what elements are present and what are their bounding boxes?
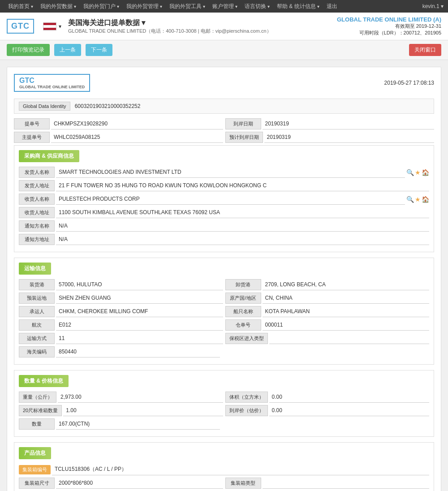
search-icon[interactable]: 🔍 bbox=[406, 169, 414, 176]
customs-code-group: 海关编码 850440 bbox=[19, 346, 220, 357]
global-id-row: Global Data Identity 6003201903210000352… bbox=[14, 99, 434, 114]
quantity-row: 数量 167.00(CTN) bbox=[19, 418, 429, 430]
containers-price-row: 20尺标准箱数量 1.00 到岸价（估价） 0.00 bbox=[19, 405, 429, 416]
next-button[interactable]: 下一条 bbox=[86, 44, 112, 56]
notify-address-row: 通知方地址 N/A bbox=[19, 234, 429, 245]
container-type-group: 集装箱类型 bbox=[225, 478, 430, 489]
doc-logo: GTC GLOBAL TRADE ONLINE LIMITED bbox=[14, 74, 90, 92]
arrival-date-value: 20190319 bbox=[263, 119, 435, 129]
master-bill-row: 主提单号 WHLC0259A08125 预计到岸日期 20190319 bbox=[14, 132, 434, 143]
vessel-name-group: 船只名称 KOTA PAHLAWAN bbox=[225, 306, 430, 317]
nav-logout[interactable]: 退出 bbox=[323, 3, 341, 10]
global-id-label: Global Data Identity bbox=[19, 102, 70, 111]
star-icon[interactable]: ★ bbox=[415, 169, 421, 176]
prev-button[interactable]: 上一条 bbox=[54, 44, 81, 56]
weight-volume-row: 重量（公斤） 2,973.00 体积（立方米） 0.00 bbox=[19, 392, 429, 403]
header-right: GLOBAL TRADE ONLINE LIMITED (A) 有效期至 201… bbox=[337, 16, 441, 36]
arrival-date-label: 到岸日期 bbox=[225, 118, 261, 129]
loading-port-group: 装货港 57000, HULUTAO bbox=[19, 279, 223, 290]
user-info: kevin.1 ▾ bbox=[422, 3, 444, 9]
nav-account[interactable]: 账户管理 ▾ bbox=[209, 3, 241, 10]
doc-logo-text: GTC GLOBAL TRADE ONLINE LIMITED bbox=[14, 74, 90, 92]
nav-home[interactable]: 我的首页 ▾ bbox=[4, 3, 37, 10]
consignee-star-icon[interactable]: ★ bbox=[415, 196, 421, 203]
weight-label: 重量（公斤） bbox=[19, 392, 56, 403]
main-content: GTC GLOBAL TRADE ONLINE LIMITED 2019-05-… bbox=[0, 60, 448, 491]
transport-mode-group: 运输方式 11 bbox=[19, 333, 223, 344]
bonded-zone-group: 保税区进入类型 bbox=[225, 333, 430, 344]
consignee-name-group: 收货人名称 PULESTECH PRODUCTS CORP 🔍 ★ 🏠 bbox=[19, 194, 429, 205]
quantity-section: 数量 & 价格信息 重量（公斤） 2,973.00 体积（立方米） 0.00 2… bbox=[14, 370, 434, 437]
consignee-address-row: 收货人地址 1100 SOUTH KIMBALL AVENUE SOUTHLAK… bbox=[19, 207, 429, 218]
pre-transport-group: 预装运地 SHEN ZHEN GUANG bbox=[19, 293, 223, 304]
nav-home-arrow: ▾ bbox=[31, 4, 33, 9]
close-button[interactable]: 关闭窗口 bbox=[409, 44, 441, 56]
nav-help-arrow: ▾ bbox=[317, 4, 319, 9]
containers-value: 1.00 bbox=[63, 405, 223, 416]
doc-timestamp: 2019-05-27 17:08:13 bbox=[384, 80, 434, 86]
shipper-address-value: 21 F FUN TOWER NO 35 HUNG TO ROAD KWUN T… bbox=[56, 181, 429, 191]
nav-management[interactable]: 我的外贸管理 ▾ bbox=[123, 3, 166, 10]
nav-tools[interactable]: 我的外贸工具 ▾ bbox=[166, 3, 209, 10]
container-type-value bbox=[263, 478, 430, 489]
loading-port-label: 装货港 bbox=[19, 279, 55, 290]
print-button[interactable]: 打印预览记录 bbox=[7, 44, 50, 56]
nav-portal[interactable]: 我的外贸门户 ▾ bbox=[80, 3, 123, 10]
voyage-group: 航次 E012 bbox=[19, 319, 223, 331]
consignee-address-label: 收货人地址 bbox=[19, 207, 55, 218]
shipper-address-row: 发货人地址 21 F FUN TOWER NO 35 HUNG TO ROAD … bbox=[19, 180, 429, 191]
origin-country-label: 原产国/地区 bbox=[225, 293, 261, 304]
nav-trade-data[interactable]: 我的外贸数据 ▾ bbox=[37, 3, 80, 10]
vessel-name-label: 船只名称 bbox=[225, 306, 261, 317]
nav-help[interactable]: 帮助 & 统计信息 ▾ bbox=[273, 3, 323, 10]
ports-row: 装货港 57000, HULUTAO 卸货港 2709, LONG BEACH,… bbox=[19, 279, 429, 290]
buyer-supplier-header: 采购商 & 供应商信息 bbox=[19, 150, 79, 162]
flag-dropdown-arrow: ▾ bbox=[59, 23, 61, 30]
unloading-port-label: 卸货港 bbox=[225, 279, 261, 290]
nav-language-arrow: ▾ bbox=[267, 4, 270, 9]
unloading-port-value: 2709, LONG BEACH, CA bbox=[263, 280, 430, 290]
notify-name-row: 通知方名称 N/A bbox=[19, 220, 429, 232]
planned-arrival-value: 20190319 bbox=[264, 132, 435, 143]
notify-address-label: 通知方地址 bbox=[19, 234, 55, 245]
container-no-group: 集装箱编号 TCLU1518306（AC / L / PP） bbox=[19, 464, 429, 475]
consignee-search-icon[interactable]: 🔍 bbox=[406, 196, 414, 203]
container-size-value: 2000*806*800 bbox=[56, 478, 223, 489]
notify-name-value: N/A bbox=[56, 221, 429, 232]
consignee-name-row: 收货人名称 PULESTECH PRODUCTS CORP 🔍 ★ 🏠 bbox=[19, 194, 429, 205]
flag-selector[interactable]: ▾ bbox=[43, 22, 61, 30]
loading-port-value: 57000, HULUTAO bbox=[56, 280, 223, 290]
landing-price-label: 到岸价（估价） bbox=[225, 405, 268, 416]
containers-group: 20尺标准箱数量 1.00 bbox=[19, 405, 223, 416]
consignee-name-value: PULESTECH PRODUCTS CORP bbox=[56, 194, 405, 205]
bonded-zone-label: 保税区进入类型 bbox=[225, 333, 268, 344]
shipper-name-icons: 🔍 ★ 🏠 bbox=[406, 169, 429, 176]
carrier-value: CHKM, CHEROKEE MILLING COMF bbox=[56, 306, 223, 317]
bill-no-group: 提单号 CHKMPSZX19028290 bbox=[14, 118, 223, 129]
quantity-value: 167.00(CTN) bbox=[56, 419, 220, 430]
company-logo: GTC bbox=[7, 19, 34, 34]
nav-language[interactable]: 语言切换 ▾ bbox=[241, 3, 273, 10]
warehouse-label: 仓单号 bbox=[225, 319, 261, 331]
bill-row: 提单号 CHKMPSZX19028290 到岸日期 20190319 bbox=[14, 118, 434, 129]
consignee-address-group: 收货人地址 1100 SOUTH KIMBALL AVENUE SOUTHLAK… bbox=[19, 207, 429, 218]
company-name: GLOBAL TRADE ONLINE LIMITED (A) bbox=[337, 16, 441, 23]
container-size-label: 集装箱尺寸 bbox=[19, 478, 55, 489]
notify-name-group: 通知方名称 N/A bbox=[19, 220, 429, 232]
transport-mode-label: 运输方式 bbox=[19, 333, 55, 344]
document-card: GTC GLOBAL TRADE ONLINE LIMITED 2019-05-… bbox=[7, 67, 441, 491]
pre-transport-label: 预装运地 bbox=[19, 293, 55, 304]
carrier-row: 承运人 CHKM, CHEROKEE MILLING COMF 船只名称 KOT… bbox=[19, 306, 429, 317]
weight-group: 重量（公斤） 2,973.00 bbox=[19, 392, 223, 403]
usa-flag bbox=[43, 22, 56, 30]
container-no-label: 集装箱编号 bbox=[19, 465, 51, 474]
consignee-home-icon[interactable]: 🏠 bbox=[422, 196, 429, 203]
home-icon[interactable]: 🏠 bbox=[422, 169, 429, 176]
pre-transport-row: 预装运地 SHEN ZHEN GUANG 原产国/地区 CN, CHINA bbox=[19, 293, 429, 304]
page-header: GTC ▾ 美国海关进口提单数据 ▾ GLOBAL TRADE ONLINE L… bbox=[0, 13, 448, 40]
consignee-name-label: 收货人名称 bbox=[19, 194, 55, 205]
container-type-label: 集装箱类型 bbox=[225, 478, 261, 489]
transport-header: 运输信息 bbox=[19, 263, 51, 275]
shipper-name-value: SMART TECHNOLOGIES AND INVESTMENT LTD bbox=[56, 167, 405, 178]
pre-transport-value: SHEN ZHEN GUANG bbox=[56, 293, 223, 304]
